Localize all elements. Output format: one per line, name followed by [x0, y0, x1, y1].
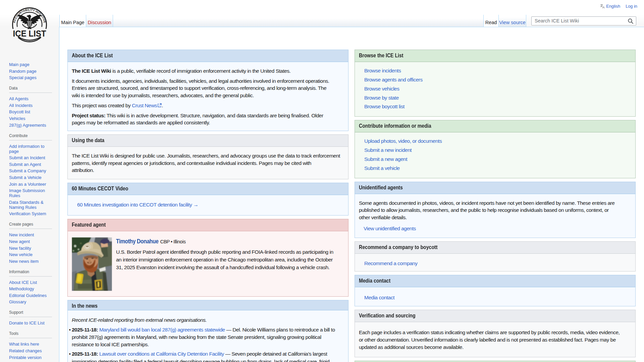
svg-text:ICE LIST: ICE LIST: [13, 29, 46, 38]
svg-text:A: A: [602, 5, 605, 9]
